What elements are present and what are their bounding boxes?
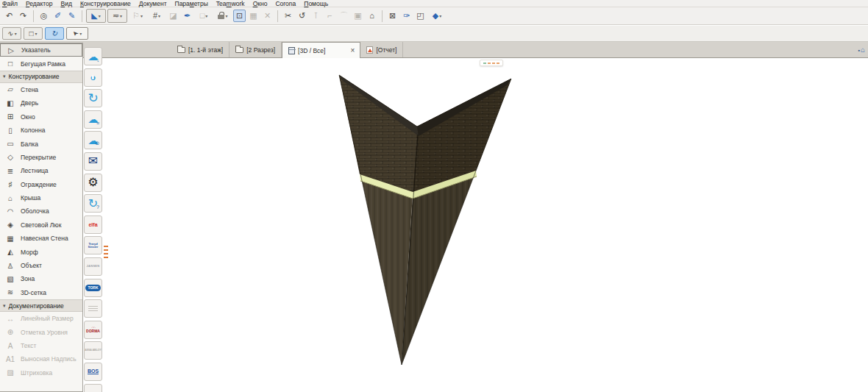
intersect-button[interactable]: ⌐ [324,10,336,22]
toolbar-separator [382,10,383,22]
suspend-groups-button[interactable]: ⊡ [233,10,246,22]
trim-button[interactable]: ⊺ [310,10,322,22]
orbit-button[interactable]: ↻ [45,27,64,40]
assa-abloy-button[interactable]: ASSA ABLOY [84,341,102,360]
fit-in-window-button[interactable]: ⌂ [366,10,378,22]
paint-brush-button[interactable]: ✑ [400,10,413,22]
adjust-button[interactable]: ↺ [296,10,308,22]
menu-teamwork[interactable]: Teamwork [216,0,245,7]
toolbox-section-design[interactable]: Конструирование [0,71,82,83]
grid-icon: # [153,12,157,20]
tork-button[interactable]: TORK [84,279,102,297]
traryd-fonster-button[interactable]: Traryd fönster [84,236,102,254]
toolbox-palette: ▷Указатель □Бегущая Рамка Конструировани… [0,43,83,392]
favorites-pen-button[interactable]: ✒ [181,10,193,22]
snap-grid-button[interactable]: # [148,10,166,22]
close-tab-icon[interactable]: × [349,46,356,54]
tool-column[interactable]: ▯Колонна [0,124,82,137]
adjust-icon: ↺ [299,12,305,20]
tool-zone[interactable]: ▧Зона [0,272,82,285]
home-icon: ⌂ [369,12,374,20]
editing-plane-button[interactable]: ◪ [167,10,179,22]
fillet-button[interactable]: ⌒ [338,10,350,22]
tab-section[interactable]: [2 Разрез] [230,42,282,57]
label-button[interactable]: ⚐ [129,10,146,22]
tool-pointer[interactable]: ▷Указатель [0,43,82,57]
tool-morph[interactable]: ◭Морф [0,245,82,258]
collapsed-palette-grip[interactable] [104,246,108,260]
collapsed-palette-chip[interactable] [480,60,503,66]
arrow-tool-button[interactable]: ➤ [66,27,88,40]
tool-marquee[interactable]: □Бегущая Рамка [0,57,82,70]
tool-window[interactable]: ⊞Окно [0,110,82,124]
marquee-icon: □ [29,29,33,38]
polygon-edit-button[interactable]: ◰ [414,10,427,22]
sync-help-button[interactable]: ↻? [84,194,102,213]
tool-skylight[interactable]: ◈Световой Люк [0,218,82,232]
stretch-button[interactable]: ⊠ [386,10,399,22]
bos-button[interactable]: BOS [84,363,102,381]
envelope-icon: ✉ [88,155,98,167]
redo-button[interactable]: ↷ [17,10,29,22]
clipped-logo-button[interactable] [84,384,102,392]
menu-view[interactable]: Вид [61,0,72,7]
find-select-button[interactable]: ◎ [38,10,50,22]
tab-report[interactable]: [Отчет] [360,42,403,57]
polyline-method-button[interactable]: ∿ [2,27,21,40]
bimcloud-download-button[interactable]: ☁↓ [84,47,102,65]
jansen-logo: JANSEN [86,265,99,268]
jansen-button[interactable]: JANSEN [84,257,102,276]
tab-overview-icon[interactable]: ⌂ [858,46,865,54]
toolbar-separator [33,10,34,22]
menu-window[interactable]: Окно [253,0,268,7]
pick-up-parameters-button[interactable]: ✐ [51,10,64,22]
tool-door[interactable]: ◧Дверь [0,96,82,110]
menu-help[interactable]: Помощь [304,0,328,7]
tab-floor-plan[interactable]: [1. 1-й этаж] [171,42,230,57]
tool-slab[interactable]: ◇Перекрытие [0,151,82,164]
zone-icon: ▧ [3,275,18,283]
marquee-method-button[interactable]: □ [24,27,43,40]
tool-stair[interactable]: ≣Лестница [0,164,82,177]
viewport-3d[interactable] [83,58,868,392]
tool-roof[interactable]: ⌂Крыша [0,191,82,204]
menu-edit[interactable]: Редактор [26,0,53,7]
snap-guides-button[interactable]: ≂ [107,9,127,23]
grey-logo-button[interactable] [84,299,102,318]
menu-options[interactable]: Параметры [175,0,208,7]
tool-beam[interactable]: ▭Балка [0,137,82,150]
tool-curtain-wall[interactable]: ▦Навесная Стена [0,232,82,245]
frame-button[interactable]: □ [195,10,213,22]
explode-button[interactable]: ✕ [261,10,274,22]
lock-button[interactable] [214,10,232,22]
menu-document[interactable]: Документ [139,0,167,7]
dorma-button[interactable]: DORMA [84,321,102,339]
settings-button[interactable]: ⚙ [84,174,102,192]
assa-abloy-logo: ASSA ABLOY [85,349,102,352]
tool-object[interactable]: ♙Объект [0,259,82,272]
menu-corona[interactable]: Corona [275,0,296,7]
menu-file[interactable]: Файл [2,0,18,7]
undo-button[interactable]: ↶ [3,10,15,22]
tool-mesh[interactable]: ≋3D-сетка [0,286,82,299]
menu-design[interactable]: Конструирование [80,0,131,7]
stop-clock-button[interactable]: ●▮ [84,68,102,87]
inject-parameters-button[interactable]: ✎ [65,10,78,22]
elfa-button[interactable]: elfa [84,215,102,234]
guide-lines-button[interactable]: ◣ [86,9,106,23]
toolbox-section-document[interactable]: Документирование [0,299,82,312]
morph-edit-button[interactable]: ◆ [428,10,446,22]
tool-wall[interactable]: ▱Стена [0,83,82,96]
virtual-trace-button[interactable]: ▦ [247,10,260,22]
cloud-settings-button[interactable]: ☁⊙ [84,131,102,149]
tab-3d-all[interactable]: [3D / Все] × [282,42,360,58]
teamwork-sync-button[interactable]: ↻ [84,89,102,107]
mail-button[interactable]: ✉ [84,152,102,171]
resize-button[interactable]: ▣ [352,10,364,22]
tool-railing[interactable]: ♯Ограждение [0,178,82,191]
tool-shell[interactable]: ◠Оболочка [0,204,82,218]
morph-icon: ◭ [3,248,18,256]
split-button[interactable]: ✂ [282,10,294,22]
traryd-fonster-logo: Traryd fönster [85,243,102,249]
cloud-messages-button[interactable]: ☁≡ [84,110,102,129]
